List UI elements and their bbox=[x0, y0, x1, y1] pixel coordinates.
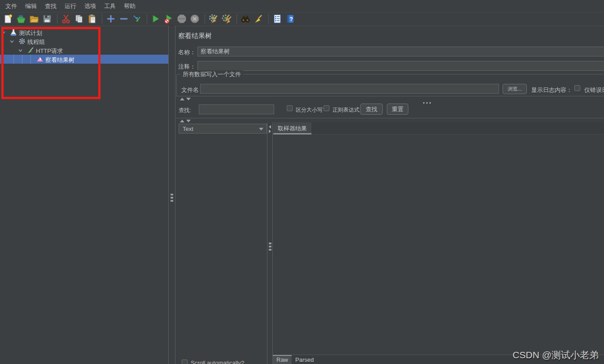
start-no-pauses-button[interactable] bbox=[163, 13, 175, 25]
copy-button[interactable] bbox=[73, 13, 85, 25]
save-floppy-icon bbox=[42, 14, 52, 24]
filename-input[interactable] bbox=[200, 84, 499, 94]
tree-item-label: HTTP请求 bbox=[36, 47, 63, 55]
cut-scissors-icon bbox=[61, 14, 71, 24]
clear-button[interactable] bbox=[208, 13, 219, 25]
start-play-icon bbox=[151, 14, 161, 24]
splitter-grip-icon[interactable] bbox=[423, 98, 433, 105]
function-helper-button[interactable] bbox=[271, 13, 283, 25]
plus-icon bbox=[106, 14, 116, 24]
chevron-down-icon[interactable] bbox=[18, 48, 23, 53]
scroll-automatically-row: Scroll automatically? bbox=[182, 360, 244, 364]
csdn-watermark: CSDN @测试小老弟 bbox=[512, 349, 599, 361]
collapse-down-icon[interactable] bbox=[186, 98, 191, 100]
tree-indent-guide bbox=[22, 55, 22, 64]
splitter-grip-icon[interactable] bbox=[171, 194, 173, 203]
tree-indent-guide bbox=[31, 55, 31, 64]
start-button[interactable] bbox=[150, 13, 162, 25]
clear-all-button[interactable] bbox=[221, 13, 232, 25]
toggle-button[interactable] bbox=[131, 13, 143, 25]
toolbar-separator bbox=[236, 14, 237, 24]
scroll-automatically-label: Scroll automatically? bbox=[191, 360, 244, 364]
tab-sampler-result[interactable]: 取样器结果 bbox=[273, 122, 311, 134]
menu-bar: 文件 编辑 查找 运行 选项 工具 帮助 bbox=[0, 0, 604, 13]
chevron-down-icon[interactable] bbox=[9, 39, 14, 44]
collapse-left-icon[interactable] bbox=[269, 125, 271, 129]
tree-indent-guide bbox=[13, 55, 14, 64]
comment-label: 注释： bbox=[178, 63, 196, 71]
view-results-tree-panel: 察看结果树 名称： 注释： 所有数据写入一个文件 文件名 浏览... 显示日志内… bbox=[175, 26, 604, 364]
tab-parsed[interactable]: Parsed bbox=[292, 355, 317, 364]
menu-search[interactable]: 查找 bbox=[41, 0, 60, 12]
start-no-pauses-icon bbox=[164, 14, 174, 24]
viewer-splitter[interactable] bbox=[267, 122, 273, 364]
menu-tools[interactable]: 工具 bbox=[101, 0, 119, 12]
reset-search-button[interactable] bbox=[253, 13, 264, 25]
horizontal-splitter-1[interactable] bbox=[175, 96, 604, 101]
help-button[interactable]: ? bbox=[284, 13, 296, 25]
paste-button[interactable] bbox=[86, 13, 98, 25]
tree-item-http-request[interactable]: HTTP请求 bbox=[0, 46, 168, 55]
reset-button[interactable]: 重置 bbox=[387, 104, 408, 115]
find-button[interactable]: 查找 bbox=[360, 104, 383, 115]
toolbar-separator bbox=[268, 14, 269, 24]
new-file-button[interactable] bbox=[2, 13, 14, 25]
toolbar-separator bbox=[205, 14, 205, 24]
menu-run[interactable]: 运行 bbox=[61, 0, 80, 12]
format-select-value: Text bbox=[183, 126, 193, 132]
collapse-up-icon[interactable] bbox=[180, 98, 184, 100]
collapse-right-icon[interactable] bbox=[269, 130, 271, 133]
page-title: 察看结果树 bbox=[178, 32, 212, 40]
tab-raw[interactable]: Raw bbox=[273, 355, 292, 364]
tree-item-view-results-tree[interactable]: 察看结果树 bbox=[0, 55, 168, 64]
regex-checkbox[interactable] bbox=[324, 105, 329, 111]
tree-item-test-plan[interactable]: 测试计划 bbox=[0, 28, 168, 37]
templates-button[interactable] bbox=[15, 13, 27, 25]
toolbar-separator bbox=[102, 14, 102, 24]
stop-button[interactable]: STOP bbox=[176, 13, 188, 25]
write-results-group: 所有数据写入一个文件 文件名 浏览... 显示日志内容： 仅错误日志 bbox=[176, 74, 604, 96]
search-button-toolbar[interactable] bbox=[240, 13, 251, 25]
open-file-button[interactable] bbox=[28, 13, 40, 25]
regex-label: 正则表达式 bbox=[333, 106, 359, 114]
stop-icon: STOP bbox=[177, 14, 187, 24]
errors-only-label: 仅错误日志 bbox=[584, 86, 604, 94]
tree-main-splitter[interactable] bbox=[168, 26, 175, 364]
toolbar: STOP ? bbox=[0, 13, 604, 26]
shutdown-icon bbox=[190, 14, 200, 24]
save-button[interactable] bbox=[41, 13, 53, 25]
filename-label: 文件名 bbox=[181, 86, 199, 94]
help-book-icon: ? bbox=[285, 14, 295, 24]
expand-button[interactable] bbox=[105, 13, 117, 25]
write-results-group-title: 所有数据写入一个文件 bbox=[180, 70, 243, 78]
format-select[interactable]: Text bbox=[179, 124, 267, 134]
name-label: 名称： bbox=[178, 48, 196, 56]
browse-button[interactable]: 浏览... bbox=[503, 84, 527, 94]
search-label: 查找: bbox=[179, 107, 191, 114]
new-file-icon bbox=[3, 14, 13, 24]
cut-button[interactable] bbox=[60, 13, 72, 25]
minus-icon bbox=[119, 14, 129, 24]
jmeter-window: 文件 编辑 查找 运行 选项 工具 帮助 bbox=[0, 0, 604, 364]
shutdown-button[interactable] bbox=[189, 13, 201, 25]
result-tab-bar: 取样器结果 bbox=[273, 122, 604, 134]
menu-options[interactable]: 选项 bbox=[81, 0, 100, 12]
menu-edit[interactable]: 编辑 bbox=[22, 0, 40, 12]
chevron-down-icon[interactable] bbox=[1, 30, 6, 35]
function-helper-icon bbox=[272, 14, 282, 24]
splitter-grip-icon[interactable] bbox=[269, 243, 271, 252]
menu-help[interactable]: 帮助 bbox=[120, 0, 139, 12]
name-input[interactable] bbox=[197, 47, 604, 56]
search-input[interactable] bbox=[199, 104, 274, 114]
case-sensitive-checkbox[interactable] bbox=[287, 105, 293, 111]
tree-item-thread-group[interactable]: 线程组 bbox=[0, 37, 168, 46]
menu-file[interactable]: 文件 bbox=[2, 0, 21, 12]
svg-text:STOP: STOP bbox=[179, 17, 185, 20]
comment-input[interactable] bbox=[197, 61, 604, 71]
errors-only-checkbox[interactable] bbox=[574, 85, 580, 91]
scroll-automatically-checkbox[interactable] bbox=[182, 360, 188, 364]
chevron-down-icon bbox=[259, 128, 263, 130]
binoculars-search-icon bbox=[241, 14, 250, 24]
collapse-button[interactable] bbox=[118, 13, 130, 25]
result-content-area bbox=[273, 134, 604, 355]
